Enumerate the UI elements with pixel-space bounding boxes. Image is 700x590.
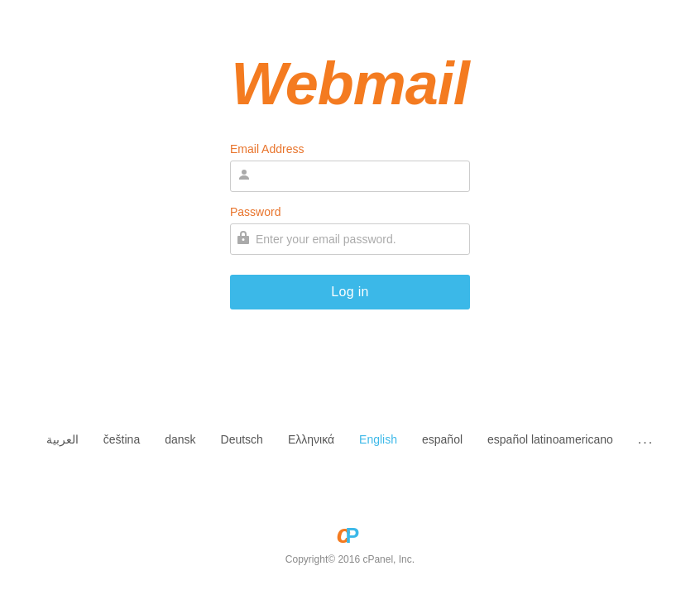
email-input-wrapper bbox=[230, 161, 470, 192]
lang-danish[interactable]: dansk bbox=[165, 433, 195, 446]
main-content: Webmail Email Address Password bbox=[0, 50, 700, 309]
password-label: Password bbox=[230, 205, 470, 218]
password-input[interactable] bbox=[256, 224, 463, 254]
cpanel-logo-icon: c P bbox=[335, 519, 365, 549]
lang-spanish[interactable]: español bbox=[422, 433, 463, 446]
lang-spanish-latin[interactable]: español latinoamericano bbox=[487, 433, 613, 446]
lang-czech[interactable]: čeština bbox=[103, 433, 140, 446]
email-label: Email Address bbox=[230, 142, 470, 156]
language-bar: العربية čeština dansk Deutsch Ελληνικά E… bbox=[0, 415, 700, 463]
more-languages[interactable]: ... bbox=[638, 432, 654, 447]
user-icon bbox=[237, 168, 251, 185]
login-form: Email Address Password bbox=[230, 142, 470, 309]
email-field-group: Email Address bbox=[230, 142, 470, 192]
lang-greek[interactable]: Ελληνικά bbox=[288, 433, 334, 446]
svg-text:P: P bbox=[346, 524, 360, 547]
password-input-wrapper bbox=[230, 223, 470, 255]
login-button[interactable]: Log in bbox=[230, 275, 470, 309]
lang-arabic[interactable]: العربية bbox=[46, 433, 79, 446]
copyright-text: Copyright© 2016 cPanel, Inc. bbox=[285, 554, 415, 565]
webmail-logo: Webmail bbox=[231, 50, 469, 118]
lang-english[interactable]: English bbox=[359, 433, 397, 446]
email-input[interactable] bbox=[257, 161, 463, 191]
lock-icon bbox=[237, 231, 249, 247]
footer: c P Copyright© 2016 cPanel, Inc. bbox=[285, 519, 415, 590]
password-field-group: Password bbox=[230, 205, 470, 255]
lang-german[interactable]: Deutsch bbox=[221, 433, 263, 446]
